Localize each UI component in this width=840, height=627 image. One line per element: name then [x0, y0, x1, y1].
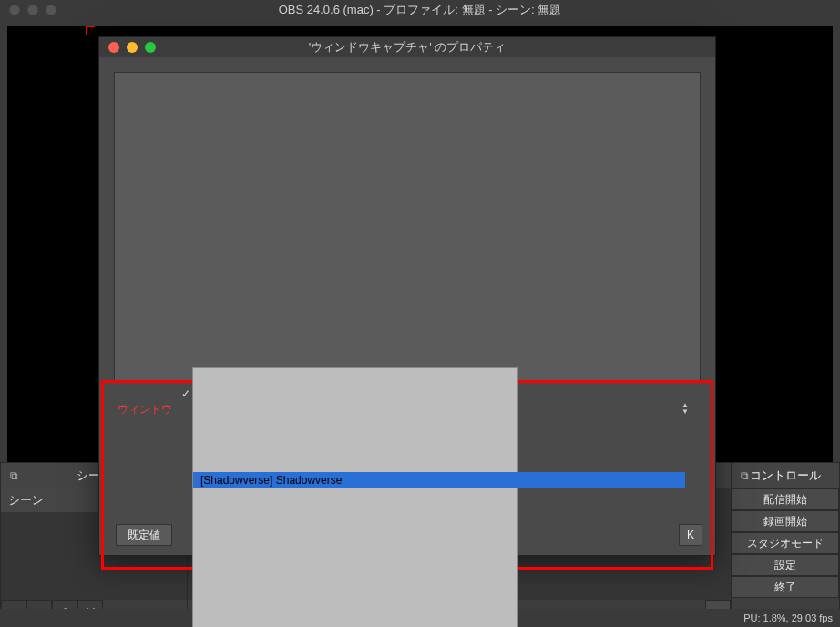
studio-mode-button[interactable]: スタジオモード: [732, 532, 839, 554]
controls-dock: ⧉ コントロール 配信開始 録画開始 スタジオモード 設定 終了: [731, 462, 840, 626]
popout-icon[interactable]: ⧉: [6, 468, 21, 483]
settings-button[interactable]: 設定: [732, 554, 839, 576]
start-record-button[interactable]: 録画開始: [732, 510, 839, 532]
chevron-down-icon: ▼: [681, 408, 689, 415]
controls-list: 配信開始 録画開始 スタジオモード 設定 終了: [732, 488, 839, 598]
main-window-titlebar: OBS 24.0.6 (mac) - プロファイル: 無題 - シーン: 無題: [0, 0, 840, 20]
window-combo-popup[interactable]: [Shadowverse] Shadowverse: [192, 367, 518, 627]
app-body: ⧉ シーン シーン ＋ － ∧ ∨ ＋ ⧉ コントロ: [0, 20, 840, 627]
minimize-icon[interactable]: [27, 5, 38, 15]
controls-dock-title: コントロール: [750, 468, 821, 484]
controls-dock-header: ⧉ コントロール: [732, 463, 839, 488]
dialog-source-preview: [114, 72, 701, 382]
combo-option-selected[interactable]: [Shadowverse] Shadowverse: [193, 472, 685, 488]
defaults-button[interactable]: 既定値: [116, 524, 172, 546]
show-cursor-checkbox[interactable]: ✓: [181, 387, 192, 398]
main-window-traffic-lights: [0, 5, 56, 15]
status-text: PU: 1.8%, 29.03 fps: [743, 612, 833, 623]
main-window-title: OBS 24.0.6 (mac) - プロファイル: 無題 - シーン: 無題: [0, 2, 840, 18]
source-bounding-handle-icon[interactable]: [87, 27, 97, 36]
window-combo-stepper[interactable]: ▲ ▼: [679, 400, 691, 416]
close-icon[interactable]: [9, 5, 20, 15]
window-field-label: ウィンドウ: [118, 402, 172, 417]
exit-button[interactable]: 終了: [732, 576, 839, 598]
dialog-title: 'ウィンドウキャプチャ' のプロパティ: [99, 39, 715, 56]
ok-button[interactable]: K: [679, 524, 702, 546]
dialog-titlebar: 'ウィンドウキャプチャ' のプロパティ: [99, 37, 715, 57]
start-stream-button[interactable]: 配信開始: [732, 488, 839, 510]
zoom-icon[interactable]: [46, 5, 56, 15]
popout-icon[interactable]: ⧉: [737, 468, 752, 483]
